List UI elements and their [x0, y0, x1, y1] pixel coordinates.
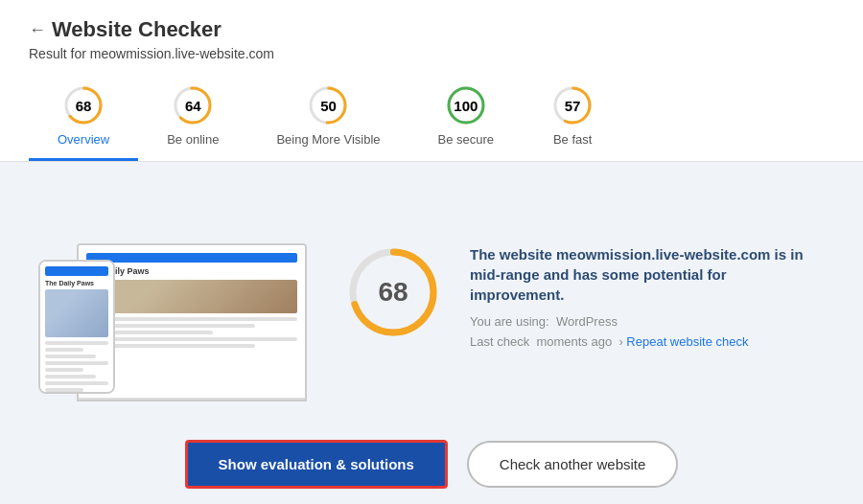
page-title: Website Checker — [52, 17, 222, 42]
phone-site-title: The Daily Paws — [45, 280, 108, 286]
score-gauge: 68 — [345, 244, 441, 340]
using-line: You are using: WordPress — [470, 314, 825, 329]
score-info-row: 68 The website meowmission.live-website.… — [345, 244, 825, 349]
tab-be-online[interactable]: 64 Be online — [138, 75, 247, 161]
main-content: The Daily Paws The Daily Paws — [0, 162, 863, 504]
back-arrow-icon: ← — [29, 20, 46, 40]
tab-overview[interactable]: 68 Overview — [29, 75, 138, 161]
check-another-button[interactable]: Check another website — [467, 441, 679, 488]
phone-text-6 — [45, 375, 96, 378]
laptop-base — [77, 398, 307, 401]
last-check-time: moments ago — [536, 334, 612, 349]
using-value: WordPress — [556, 314, 618, 329]
last-check-label: Last check — [470, 334, 529, 349]
tabs-bar: 68 Overview 64 Be online 50 — [29, 75, 834, 161]
laptop-site-title: The Daily Paws — [86, 266, 297, 276]
gauge-score-value: 68 — [378, 277, 408, 308]
score-info: The website meowmission.live-website.com… — [470, 244, 825, 349]
tab-being-more-visible[interactable]: 50 Being More Visible — [247, 75, 408, 161]
laptop-hero-image — [86, 280, 297, 313]
phone-text-5 — [45, 368, 83, 372]
repeat-check-link[interactable]: Repeat website check — [626, 334, 748, 349]
tab-circle-overview: 68 — [62, 84, 105, 126]
phone-text-3 — [45, 355, 96, 358]
overview-row: The Daily Paws The Daily Paws — [38, 191, 825, 401]
top-bar: ← Website Checker Result for meowmission… — [0, 0, 863, 162]
tab-be-fast[interactable]: 57 Be fast — [523, 75, 622, 161]
laptop-text-1 — [86, 317, 297, 321]
phone-text-1 — [45, 341, 108, 345]
phone-screen: The Daily Paws — [40, 262, 113, 392]
phone-hero-image — [45, 289, 108, 337]
action-buttons: Show evaluation & solutions Check anothe… — [185, 440, 679, 489]
tab-circle-being-more-visible: 50 — [307, 84, 349, 126]
tab-circle-be-online: 64 — [172, 84, 214, 126]
device-mockup: The Daily Paws The Daily Paws — [38, 191, 307, 401]
phone-text-8 — [45, 388, 83, 392]
using-label: You are using: — [470, 314, 549, 329]
tab-circle-be-fast: 57 — [551, 84, 594, 126]
laptop-header-bar — [86, 253, 297, 263]
phone-text-4 — [45, 361, 108, 365]
phone-header-bar — [45, 266, 108, 276]
tab-circle-be-secure: 100 — [445, 84, 487, 126]
score-description: The website meowmission.live-website.com… — [470, 244, 825, 305]
phone-text-2 — [45, 348, 83, 352]
phone-mockup: The Daily Paws — [38, 260, 115, 394]
laptop-text-4 — [86, 337, 297, 341]
last-check-line: Last check moments ago › Repeat website … — [470, 334, 825, 349]
show-evaluation-button[interactable]: Show evaluation & solutions — [185, 440, 448, 489]
phone-text-7 — [45, 381, 108, 385]
subtitle: Result for meowmission.live-website.com — [29, 46, 834, 61]
tab-be-secure[interactable]: 100 Be secure — [409, 75, 524, 161]
back-button[interactable]: ← Website Checker — [29, 17, 834, 42]
